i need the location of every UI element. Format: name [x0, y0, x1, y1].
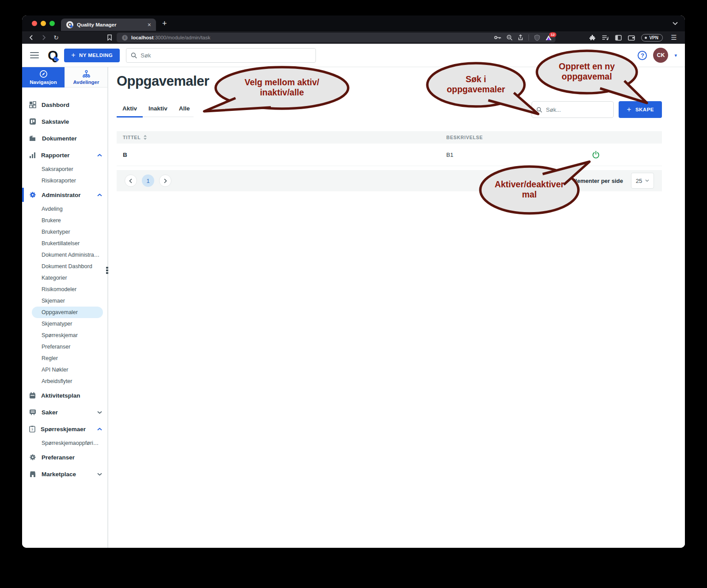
shield-icon[interactable] [534, 34, 540, 41]
sidebar-subitem-arbeidsflyter[interactable]: Arbeidsflyter [22, 376, 107, 387]
calendar-icon [29, 392, 36, 399]
hamburger-menu-icon[interactable] [30, 52, 39, 59]
tab-inaktiv[interactable]: Inaktiv [143, 102, 173, 117]
tab-navigasjon[interactable]: Navigasjon [22, 67, 65, 87]
site-favicon: Q [66, 21, 73, 28]
tab-title: Quality Manager [77, 22, 143, 27]
sidebar-subitem-risikomodeler[interactable]: Risikomodeler [22, 284, 107, 295]
sidebar-item-aktivitetsplan[interactable]: Aktivitetsplan [22, 387, 107, 404]
password-key-icon[interactable] [494, 35, 501, 40]
sidebar-item-label: Dashbord [42, 102, 69, 108]
sidebar-item-sakstavle[interactable]: Sakstavle [22, 113, 107, 130]
sidebar-subitem-risikoraporter[interactable]: Risikoraporter [22, 175, 107, 186]
minimize-window-button[interactable] [41, 21, 46, 26]
forward-button[interactable] [39, 34, 49, 41]
extensions-puzzle-icon[interactable] [589, 34, 596, 41]
vpn-button[interactable]: VPN [641, 34, 663, 42]
new-tab-button[interactable]: + [162, 19, 167, 28]
global-search[interactable] [126, 48, 316, 63]
sidebar-subitem-skjematyper[interactable]: Skjematyper [22, 318, 107, 330]
sidebar-subitem-regler[interactable]: Regler [22, 353, 107, 364]
sidebar-item-label: Preferanser [42, 454, 75, 461]
sidebar-nav: Dashbord Sakstavle Dokumenter Rapporter … [22, 87, 107, 482]
sidebar-subitem-brukertyper[interactable]: Brukertyper [22, 226, 107, 238]
url-text[interactable]: localhost:3000/module/admin/task [131, 35, 490, 40]
sidebar-subitem-skjemaer[interactable]: Skjemaer [22, 295, 107, 307]
back-button[interactable] [27, 34, 36, 41]
chevron-up-icon[interactable] [97, 154, 102, 157]
app-body: Navigasjon Avdelinger Dashbord Sakstavle [22, 67, 685, 548]
sidebar-item-label: Aktivitetsplan [41, 392, 80, 399]
sidebar-item-rapporter[interactable]: Rapporter [22, 147, 107, 163]
notification-badge: 12 [549, 32, 557, 37]
chevron-down-icon[interactable] [97, 473, 102, 476]
bookmark-icon[interactable] [107, 34, 112, 41]
tab-avdelinger[interactable]: Avdelinger [65, 67, 107, 87]
vpn-label: VPN [649, 35, 658, 40]
zoom-out-icon[interactable] [506, 34, 513, 41]
sidebar-item-saker[interactable]: Saker [22, 404, 107, 421]
column-header-tittel[interactable]: TITTEL [123, 135, 446, 140]
chevron-down-icon[interactable]: ▾ [674, 53, 677, 58]
url-host: localhost [131, 35, 153, 40]
close-window-button[interactable] [32, 21, 37, 26]
prev-page-button[interactable] [125, 175, 137, 187]
reading-list-icon[interactable] [602, 35, 609, 41]
reload-button[interactable]: ↻ [51, 33, 61, 42]
sidebar-subitem-preferanser[interactable]: Preferanser [22, 341, 107, 353]
chevron-up-icon[interactable] [97, 193, 102, 197]
sidebar-subitem-brukere[interactable]: Brukere [22, 215, 107, 226]
sidebar-item-administrator[interactable]: Administrator [22, 186, 107, 203]
next-page-button[interactable] [159, 175, 171, 187]
app-logo[interactable]: Q [48, 49, 58, 62]
per-page-select[interactable]: 25 [631, 173, 654, 189]
window-controls [22, 21, 61, 26]
sidebar-subitem-kategorier[interactable]: Kategorier [22, 272, 107, 284]
sort-icon[interactable] [143, 135, 147, 140]
tab-aktiv[interactable]: Aktiv [117, 102, 143, 118]
sidebar-item-label: Marketplace [42, 471, 76, 478]
sidebar-subitem-brukertillatelser[interactable]: Brukertillatelser [22, 238, 107, 249]
sidebar-toggle-icon[interactable] [615, 35, 622, 41]
sidebar-subitem-saksraporter[interactable]: Saksraporter [22, 163, 107, 175]
wallet-icon[interactable] [628, 35, 635, 41]
sidebar-subitem-api-nokler[interactable]: API Nøkler [22, 364, 107, 376]
url-bar[interactable]: i localhost:3000/module/admin/task [117, 33, 555, 42]
annotation-bubble-search: Søk ioppgavemaler [422, 60, 546, 119]
global-search-input[interactable] [141, 52, 311, 59]
annotation-bubble-filter-tabs: Velg mellom aktiv/inaktiv/alle [198, 65, 353, 117]
tab-alle[interactable]: Alle [173, 102, 196, 117]
grid-icon [29, 101, 36, 108]
main-content: Oppgavemaler Aktiv Inaktiv Alle + SKAPE [108, 67, 685, 548]
share-icon[interactable] [518, 34, 523, 41]
page-number[interactable]: 1 [142, 175, 154, 187]
per-page-value: 25 [636, 178, 642, 184]
browser-menu-icon[interactable]: ☰ [669, 33, 679, 42]
brave-rewards-icon[interactable]: 12 [545, 35, 552, 41]
tab-list-chevron-icon[interactable] [673, 22, 678, 25]
sidebar-item-marketplace[interactable]: Marketplace [22, 466, 107, 482]
sidebar-subitem-dokument-dashbord[interactable]: Dokument Dashbord [22, 261, 107, 272]
sidebar-item-dokumenter[interactable]: Dokumenter [22, 130, 107, 147]
chevron-up-icon[interactable] [97, 428, 102, 431]
filter-tabs: Aktiv Inaktiv Alle [117, 102, 194, 117]
sidebar-subitem-avdeling[interactable]: Avdeling [22, 203, 107, 215]
zoom-window-button[interactable] [49, 21, 55, 26]
chevron-down-icon[interactable] [97, 411, 102, 414]
sidebar-item-preferanser[interactable]: Preferanser [22, 449, 107, 466]
sidebar-item-dashbord[interactable]: Dashbord [22, 96, 107, 113]
site-info-icon[interactable]: i [122, 35, 128, 41]
browser-tab[interactable]: Q Quality Manager × [61, 19, 156, 31]
close-tab-icon[interactable]: × [146, 21, 152, 28]
sidebar-subitem-sporreskjemar[interactable]: Spørreskjemar [22, 330, 107, 341]
sidebar-resize-handle[interactable] [106, 267, 108, 274]
sidebar-subitem-dokument-administrasjon[interactable]: Dokument Administra… [22, 249, 107, 261]
sidebar-item-sporreskjemaer[interactable]: ? Spørreskjemaer [22, 421, 107, 437]
search-icon [131, 52, 137, 59]
sidebar-subitem-oppgavemaler[interactable]: Oppgavemaler [22, 307, 107, 318]
new-message-button[interactable]: + NY MELDING [64, 49, 120, 62]
column-header-beskrivelse[interactable]: BESKRIVELSE [446, 135, 483, 140]
clipboard-question-icon: ? [29, 425, 35, 432]
cell-title: B [123, 152, 446, 158]
sidebar-subitem-sporreskjemaoppforing[interactable]: Spørreskjemaoppføri… [22, 437, 107, 449]
